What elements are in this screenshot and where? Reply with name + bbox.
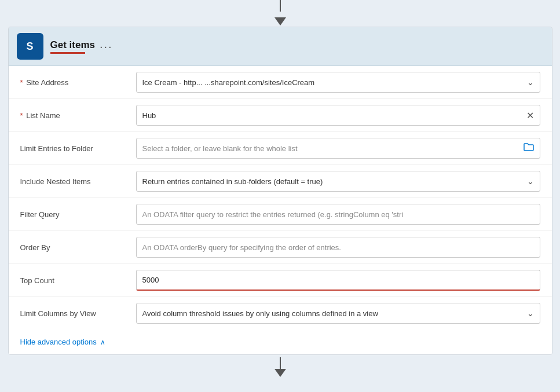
sharepoint-icon: S	[17, 33, 43, 60]
order-by-row: Order By An ODATA orderBy query for spec…	[9, 231, 552, 264]
filter-query-row: Filter Query An ODATA filter query to re…	[9, 198, 552, 231]
limit-entries-field[interactable]: Select a folder, or leave blank for the …	[136, 138, 540, 159]
filter-query-label: Filter Query	[20, 210, 136, 219]
order-by-placeholder: An ODATA orderBy query for specifying th…	[142, 243, 534, 252]
card-header: S Get items ···	[9, 27, 552, 66]
site-address-field[interactable]: Ice Cream - http... ...sharepoint.com/si…	[136, 72, 540, 93]
required-marker: *	[20, 78, 23, 87]
site-address-row: * Site Address Ice Cream - http... ...sh…	[9, 66, 552, 99]
top-count-label: Top Count	[20, 276, 136, 285]
include-nested-row: Include Nested Items Return entries cont…	[9, 165, 552, 198]
list-name-label: * List Name	[20, 111, 136, 120]
order-by-field[interactable]: An ODATA orderBy query for specifying th…	[136, 237, 540, 258]
required-marker-2: *	[20, 111, 23, 120]
top-connector	[274, 0, 286, 25]
limit-entries-label: Limit Entries to Folder	[20, 144, 136, 153]
limit-columns-field[interactable]: Avoid column threshold issues by only us…	[136, 303, 540, 324]
top-count-field[interactable]: 5000	[136, 270, 540, 291]
filter-query-field[interactable]: An ODATA filter query to restrict the en…	[136, 204, 540, 225]
list-name-field[interactable]: Hub ✕	[136, 105, 540, 126]
include-nested-value: Return entries contained in sub-folders …	[142, 177, 522, 186]
list-name-value: Hub	[142, 111, 522, 120]
folder-icon	[524, 142, 534, 154]
order-by-label: Order By	[20, 243, 136, 252]
title-underline	[50, 52, 85, 54]
card-title: Get items	[50, 39, 95, 51]
limit-columns-chevron: ⌄	[527, 309, 534, 318]
limit-entries-row: Limit Entries to Folder Select a folder,…	[9, 132, 552, 165]
include-nested-chevron: ⌄	[527, 177, 534, 186]
hide-advanced-label: Hide advanced options	[20, 338, 97, 346]
limit-entries-placeholder: Select a folder, or leave blank for the …	[142, 144, 519, 153]
list-name-clear-icon[interactable]: ✕	[526, 110, 534, 121]
bottom-connector	[274, 357, 286, 377]
limit-columns-row: Limit Columns by View Avoid column thres…	[9, 297, 552, 329]
include-nested-field[interactable]: Return entries contained in sub-folders …	[136, 171, 540, 192]
get-items-card: S Get items ··· * Site Address Ice Cream…	[8, 27, 552, 355]
limit-columns-label: Limit Columns by View	[20, 309, 136, 318]
list-name-row: * List Name Hub ✕	[9, 99, 552, 132]
hide-advanced-button[interactable]: Hide advanced options ∧	[9, 329, 552, 354]
limit-columns-value: Avoid column threshold issues by only us…	[142, 309, 522, 318]
top-count-value: 5000	[142, 276, 534, 284]
form-body: * Site Address Ice Cream - http... ...sh…	[9, 66, 552, 354]
header-title-block: Get items	[50, 39, 95, 54]
top-count-row: Top Count 5000	[9, 264, 552, 297]
site-address-value: Ice Cream - http... ...sharepoint.com/si…	[142, 78, 522, 87]
more-options-button[interactable]: ···	[95, 38, 118, 56]
hide-advanced-chevron-icon: ∧	[100, 338, 105, 346]
site-address-label: * Site Address	[20, 78, 136, 87]
site-address-chevron: ⌄	[527, 78, 534, 87]
include-nested-label: Include Nested Items	[20, 177, 136, 186]
filter-query-placeholder: An ODATA filter query to restrict the en…	[142, 210, 534, 219]
